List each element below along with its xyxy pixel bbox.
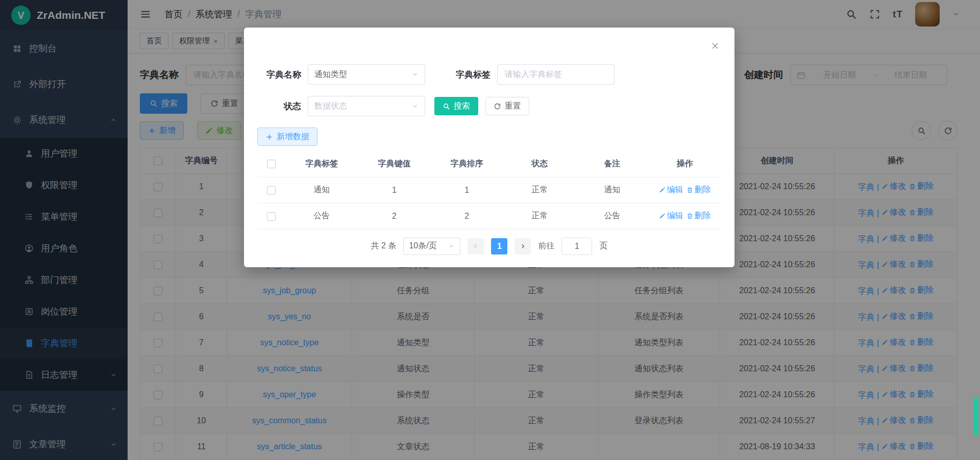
dict-data-table: 字典标签 字典键值 字典排序 状态 备注 操作 通知 1 1 正常 通知 编辑删…: [257, 151, 721, 229]
edit-link-label: 编辑: [667, 185, 683, 195]
col-ops: 操作: [649, 151, 721, 177]
m-dict-label-label: 字典标签: [447, 69, 491, 81]
row-checkbox[interactable]: [267, 212, 276, 221]
dialog-search-buttons: 搜索 重置: [434, 97, 529, 115]
col-remark: 备注: [576, 151, 648, 177]
col-status: 状态: [503, 151, 576, 177]
total-count: 共 2 条: [371, 241, 397, 251]
edit-link[interactable]: 编辑: [659, 211, 683, 221]
m-search-button[interactable]: 搜索: [434, 97, 478, 115]
m-dict-name-label: 字典名称: [257, 69, 301, 81]
m-status-select[interactable]: 数据状态: [308, 96, 425, 116]
scrollbar[interactable]: [974, 397, 978, 436]
dict-data-dialog: 字典名称 通知类型 字典标签 状态 数据状态 搜索 重置: [244, 28, 734, 267]
page-number-active[interactable]: 1: [491, 238, 507, 254]
page-size-select[interactable]: 10条/页: [403, 238, 460, 255]
goto-label: 前往: [538, 241, 554, 251]
m-dict-label-input[interactable]: [497, 64, 615, 85]
pencil-icon: [659, 187, 666, 193]
edit-link-label: 编辑: [667, 211, 683, 221]
chevron-down-icon: [411, 103, 419, 110]
cell-value: 2: [358, 203, 430, 229]
chevron-right-icon: [519, 243, 526, 250]
col-sort: 字典排序: [431, 151, 503, 177]
cell-remark: 公告: [576, 203, 648, 229]
trash-icon: [687, 187, 693, 193]
table-row: 公告 2 2 正常 公告 编辑删除: [257, 203, 721, 229]
cell-sort: 2: [431, 203, 503, 229]
m-dict-name-select[interactable]: 通知类型: [308, 64, 425, 85]
select-value: 通知类型: [314, 69, 347, 80]
dialog-close-button[interactable]: [710, 41, 720, 51]
edit-link[interactable]: 编辑: [659, 185, 683, 195]
dialog-filter-row-2: 状态 数据状态 搜索 重置: [257, 96, 721, 116]
row-checkbox[interactable]: [267, 186, 276, 195]
trash-icon: [687, 213, 693, 219]
goto-unit: 页: [599, 241, 607, 251]
cell-label: 公告: [285, 203, 358, 229]
delete-link-label: 删除: [695, 211, 711, 221]
close-icon: [710, 41, 720, 51]
cell-remark: 通知: [576, 177, 648, 203]
m-search-button-label: 搜索: [454, 101, 470, 112]
dialog-body: 字典名称 通知类型 字典标签 状态 数据状态 搜索 重置: [244, 28, 734, 255]
delete-link-label: 删除: [695, 185, 711, 195]
m-reset-button-label: 重置: [505, 101, 521, 112]
select-placeholder: 数据状态: [314, 101, 347, 112]
cell-sort: 1: [431, 177, 503, 203]
m-status-label: 状态: [257, 100, 301, 112]
col-value: 字典键值: [358, 151, 430, 177]
pagination: 共 2 条 10条/页 1 前往 页: [257, 238, 721, 255]
pencil-icon: [659, 213, 666, 219]
cell-label: 通知: [285, 177, 358, 203]
page-size-value: 10条/页: [409, 241, 436, 251]
col-label: 字典标签: [285, 151, 358, 177]
table-header-row: 字典标签 字典键值 字典排序 状态 备注 操作: [257, 151, 721, 177]
chevron-down-icon: [411, 71, 419, 78]
cell-value: 1: [358, 177, 430, 203]
dialog-toolbar: 新增数据: [257, 127, 721, 146]
table-row: 通知 1 1 正常 通知 编辑删除: [257, 177, 721, 203]
next-page-button[interactable]: [514, 238, 531, 254]
dialog-filter-row-1: 字典名称 通知类型 字典标签: [257, 64, 721, 85]
cell-status: 正常: [503, 177, 576, 203]
chevron-left-icon: [472, 243, 479, 250]
refresh-icon: [494, 103, 501, 110]
delete-link[interactable]: 删除: [687, 211, 711, 221]
prev-page-button[interactable]: [468, 238, 484, 254]
header-checkbox[interactable]: [267, 160, 276, 168]
goto-page-input[interactable]: [561, 238, 592, 255]
cell-status: 正常: [503, 203, 576, 229]
delete-link[interactable]: 删除: [687, 185, 711, 195]
plus-icon: [265, 133, 273, 141]
add-data-button-label: 新增数据: [277, 132, 309, 142]
m-reset-button[interactable]: 重置: [485, 97, 529, 115]
chevron-down-icon: [448, 243, 455, 249]
add-data-button[interactable]: 新增数据: [257, 127, 317, 146]
search-icon: [443, 103, 450, 110]
